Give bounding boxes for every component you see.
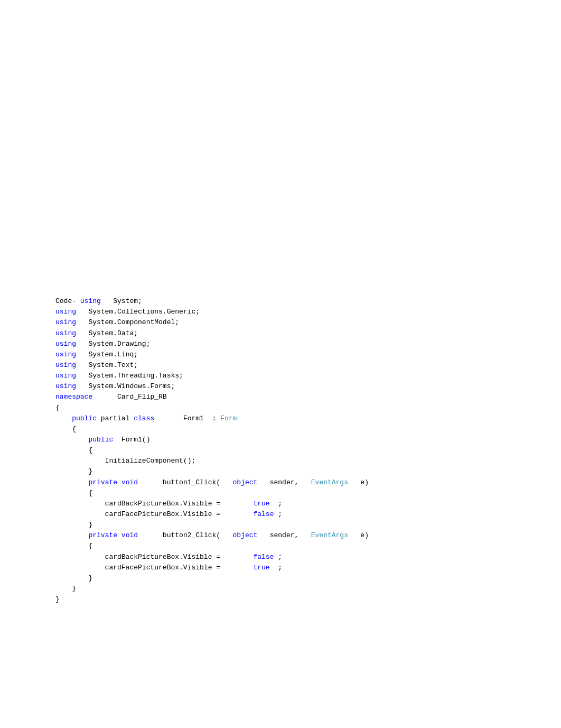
code-text: ; [274, 510, 282, 518]
code-line: cardFacePictureBox.Visible = false ; [55, 509, 561, 520]
code-text: System.Drawing; [76, 340, 150, 348]
code-text: } [55, 521, 92, 529]
code-text [55, 414, 72, 422]
code-line: InitializeComponent(); [55, 456, 561, 466]
keyword-blue: using [55, 361, 76, 369]
code-text: cardBackPictureBox.Visible = [55, 553, 253, 561]
code-text: Form1() [113, 436, 150, 444]
keyword-blue: false [253, 510, 274, 518]
code-line: { [55, 541, 561, 551]
keyword-blue: namespace [55, 393, 92, 401]
code-text: InitializeComponent(); [55, 457, 195, 465]
code-text: } [55, 574, 92, 582]
code-line: cardBackPictureBox.Visible = true ; [55, 499, 561, 509]
keyword-blue: object [233, 478, 258, 486]
keyword-blue: true [253, 564, 269, 572]
code-line: private void button1_Click( object sende… [55, 477, 561, 488]
keyword-blue: using [55, 382, 76, 390]
code-text [55, 478, 88, 486]
code-text: { [55, 425, 76, 433]
code-line: cardBackPictureBox.Visible = false ; [55, 552, 561, 563]
code-line: } [55, 573, 561, 584]
type-name: EventArgs [311, 478, 348, 486]
code-text: sender, [257, 478, 311, 486]
code-line: { [55, 403, 561, 413]
code-text: System.Threading.Tasks; [76, 372, 183, 380]
keyword-blue: class [134, 414, 154, 422]
code-text: { [55, 446, 92, 454]
code-line: private void button2_Click( object sende… [55, 530, 561, 541]
code-line: { [55, 424, 561, 435]
code-line: public partial class Form1 : Form [55, 413, 561, 424]
code-text: e) [348, 478, 369, 486]
code-line: cardFacePictureBox.Visible = true ; [55, 563, 561, 573]
code-line: using System.Windows.Forms; [55, 381, 561, 392]
code-text: e) [348, 531, 369, 539]
code-text: Form1 : [154, 414, 220, 422]
code-text: } [55, 467, 92, 475]
code-text: cardFacePictureBox.Visible = [55, 510, 253, 518]
code-line: { [55, 445, 561, 456]
code-text: ; [274, 553, 282, 561]
code-line: using System.Collections.Generic; [55, 307, 561, 317]
code-text: } [55, 595, 60, 603]
keyword-blue: object [233, 531, 258, 539]
code-label: Code- [55, 297, 80, 305]
code-text: sender, [257, 531, 311, 539]
keyword-blue: void [121, 531, 138, 539]
code-text [117, 478, 121, 486]
code-line: using System.ComponentModel; [55, 317, 561, 328]
keyword-blue: public [88, 436, 113, 444]
code-text: System.Windows.Forms; [76, 382, 175, 390]
code-text: System; [101, 297, 142, 305]
code-text: { [55, 404, 60, 412]
code-text: System.Linq; [76, 351, 138, 358]
keyword-blue: using [55, 372, 76, 380]
code-text: System.ComponentModel; [76, 318, 179, 326]
keyword-blue: using [80, 297, 101, 305]
code-line: } [55, 466, 561, 477]
code-text: System.Text; [76, 361, 138, 369]
keyword-blue: using [55, 351, 76, 358]
code-text [117, 531, 121, 539]
code-line: } [55, 594, 561, 605]
code-text: cardBackPictureBox.Visible = [55, 500, 253, 508]
code-line: } [55, 520, 561, 530]
code-line: using System.Text; [55, 360, 561, 371]
keyword-blue: false [253, 553, 274, 561]
code-text: ; [270, 564, 282, 572]
keyword-blue: using [55, 318, 76, 326]
keyword-blue: void [121, 478, 138, 486]
code-text: button1_Click( [138, 478, 232, 486]
code-text: System.Collections.Generic; [76, 308, 200, 316]
keyword-blue: private [88, 531, 117, 539]
code-text: { [55, 489, 92, 497]
code-text [55, 436, 88, 444]
type-name: EventArgs [311, 531, 348, 539]
code-line: { [55, 488, 561, 499]
code-text: cardFacePictureBox.Visible = [55, 564, 253, 572]
keyword-blue: using [55, 329, 76, 337]
keyword-blue: using [55, 308, 76, 316]
code-line: } [55, 584, 561, 594]
code-text: Card_Flip_RB [92, 393, 166, 401]
keyword-blue: true [253, 500, 269, 508]
code-line: Code- using System; [55, 296, 561, 307]
code-text: ; [270, 500, 282, 508]
code-line: using System.Linq; [55, 349, 561, 360]
code-line: using System.Threading.Tasks; [55, 371, 561, 381]
code-line: using System.Data; [55, 328, 561, 339]
code-text: button2_Click( [138, 531, 232, 539]
code-text: { [55, 542, 92, 550]
code-line: using System.Drawing; [55, 339, 561, 349]
keyword-blue: private [88, 478, 117, 486]
code-editor: Code- using System;using System.Collecti… [55, 285, 561, 605]
code-line: public Form1() [55, 435, 561, 445]
code-text: System.Data; [76, 329, 138, 337]
code-text: } [55, 585, 76, 593]
code-text: partial [97, 414, 134, 422]
type-name: Form [220, 414, 237, 422]
code-text [55, 531, 88, 539]
keyword-blue: using [55, 340, 76, 348]
keyword-blue: public [72, 414, 97, 422]
